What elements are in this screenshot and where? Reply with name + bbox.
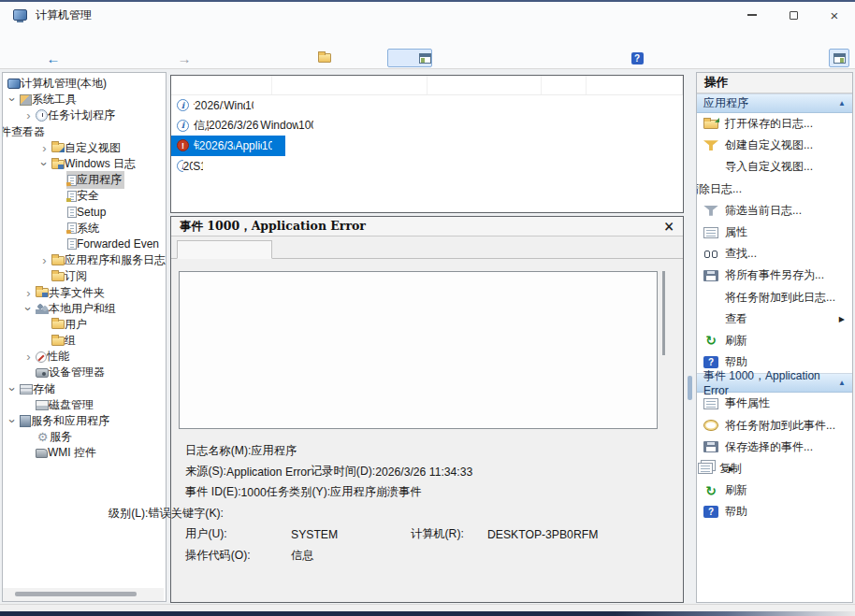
tree-item-label: 事件查看器 <box>2 124 45 140</box>
detail-text-box[interactable] <box>179 271 658 429</box>
tab[interactable] <box>177 240 272 259</box>
toolbar-button[interactable] <box>268 49 382 67</box>
chevron-icon[interactable] <box>22 287 35 299</box>
tree-item[interactable]: 磁盘管理 <box>3 397 166 413</box>
table-row[interactable]: i信息 2026/3/26 11:33:53 Security-SPP 1638… <box>171 156 216 177</box>
menu-item[interactable] <box>102 36 257 40</box>
tree-item[interactable]: 应用程序 <box>3 172 166 188</box>
field-label: 记录时间(D): <box>311 464 375 480</box>
menu-item[interactable] <box>371 36 416 40</box>
column-header[interactable] <box>272 76 428 94</box>
vertical-scrollbar[interactable] <box>687 75 693 603</box>
action-item-label: 打开保存的日志... <box>725 116 813 132</box>
tree-item[interactable]: 服务和应用程序 <box>3 413 166 429</box>
tree-item[interactable]: Windows 日志 <box>3 156 166 172</box>
tree-item[interactable]: 组 <box>3 333 166 349</box>
action-item[interactable]: 将所有事件另存为... <box>697 265 852 286</box>
chevron-icon[interactable] <box>38 158 51 170</box>
chevron-icon[interactable] <box>22 351 35 363</box>
table-row[interactable]: i信息 2026/3/26 11:34:45 Windows Er... 100… <box>171 116 326 136</box>
tree-item[interactable]: Forwarded Even <box>3 236 166 252</box>
log-plain-icon <box>67 207 77 218</box>
tree-item[interactable]: 存储 <box>3 381 166 397</box>
action-item-label: 属性 <box>725 224 747 240</box>
tree-item[interactable]: 设备管理器 <box>3 365 166 380</box>
chevron-icon[interactable] <box>22 109 35 122</box>
toolbar-button[interactable] <box>387 49 432 67</box>
collapse-icon[interactable]: ▲ <box>838 379 846 387</box>
scrollbar-thumb[interactable] <box>688 376 692 400</box>
tree-item[interactable]: Setup <box>3 205 166 221</box>
tree-item[interactable]: 订阅 <box>3 268 166 284</box>
action-item[interactable]: 属性 <box>697 222 852 243</box>
close-button[interactable]: × <box>814 2 855 28</box>
tree-item[interactable]: 计算机管理(本地) <box>3 76 98 92</box>
toolbar-button[interactable] <box>438 49 823 67</box>
table-row[interactable]: !错误 2026/3/26 11:34:33 Application ... 1… <box>171 136 285 156</box>
tab[interactable] <box>274 240 429 258</box>
column-header[interactable] <box>542 76 587 94</box>
menu-item[interactable] <box>257 36 371 40</box>
chevron-icon[interactable] <box>7 383 19 395</box>
action-item[interactable]: 筛选当前日志... <box>697 200 852 222</box>
field-label: 级别(L): <box>109 506 149 522</box>
tree-item-label: 应用程序 <box>77 172 122 188</box>
action-item[interactable]: 将任务附加到此事件... <box>697 414 852 436</box>
action-item[interactable]: 保存选择的事件... <box>697 437 811 458</box>
actions-section-header-event[interactable]: 事件 1000，Application Error ▲ <box>697 373 852 393</box>
maximize-button[interactable] <box>773 2 814 28</box>
action-item[interactable]: 帮助 <box>697 501 852 523</box>
action-item[interactable]: 导入自定义视图... <box>697 156 811 178</box>
action-item[interactable]: 将任务附加到此日志... <box>697 287 852 308</box>
action-item[interactable]: 打开保存的日志... <box>697 113 792 135</box>
chevron-icon[interactable] <box>38 254 51 266</box>
tree-item-label: WMI 控件 <box>48 445 96 461</box>
tree-item[interactable]: 自定义视图 <box>3 140 166 156</box>
toolbar-button[interactable] <box>107 49 262 67</box>
detail-close-icon[interactable]: × <box>663 219 674 234</box>
action-item[interactable]: 事件属性 <box>697 393 792 414</box>
collapse-icon[interactable]: ▲ <box>838 99 846 107</box>
action-item[interactable]: 刷新 <box>697 480 852 501</box>
toolbar-button[interactable] <box>6 49 101 67</box>
action-item[interactable]: 刷新 <box>697 330 852 351</box>
action-item[interactable]: 帮助 <box>697 351 852 373</box>
field-value: 信息 <box>291 548 411 564</box>
chevron-icon[interactable] <box>22 303 35 315</box>
action-item[interactable]: 查找... <box>697 243 852 265</box>
device-manager-icon <box>36 368 49 378</box>
column-header[interactable] <box>428 76 542 94</box>
action-item[interactable]: 查看 <box>697 308 852 330</box>
tree-horizontal-scrollbar[interactable] <box>3 588 164 601</box>
tree-item[interactable]: 安全 <box>3 188 166 204</box>
tree-item[interactable]: 系统工具 <box>3 92 158 107</box>
column-header[interactable] <box>587 76 683 94</box>
scrollbar-thumb[interactable] <box>15 592 137 596</box>
tree-item[interactable]: 服务 <box>3 429 166 445</box>
tree-item[interactable]: WMI 控件 <box>3 445 166 461</box>
column-header[interactable] <box>177 76 272 94</box>
chevron-icon[interactable] <box>38 142 51 154</box>
tree-item[interactable]: 事件查看器 <box>3 124 48 140</box>
level-info-icon: i <box>177 160 183 172</box>
chevron-icon[interactable] <box>7 93 19 106</box>
action-item[interactable]: 创建自定义视图... <box>697 135 852 156</box>
tree-item[interactable]: 应用程序和服务日志 <box>3 252 166 268</box>
event-list-header <box>171 76 683 95</box>
action-item[interactable]: 复制 <box>697 458 742 480</box>
table-row[interactable]: i信息 2026/3/26 11:34:52 Windows Er... 100… <box>171 95 267 116</box>
tree-item[interactable]: 任务计划程序 <box>3 107 117 123</box>
computer-icon <box>7 79 21 89</box>
action-item[interactable]: 清除日志... <box>697 179 742 200</box>
detail-scrollbar-thumb[interactable] <box>662 271 665 355</box>
tree-item[interactable]: 系统 <box>3 221 166 236</box>
tree-item[interactable]: 本地用户和组 <box>3 301 166 317</box>
menu-item[interactable] <box>7 36 102 40</box>
chevron-icon[interactable] <box>7 415 19 427</box>
actions-section-header-log[interactable]: 应用程序 ▲ <box>697 93 852 113</box>
tree-item[interactable]: 用户 <box>3 317 166 333</box>
tree-item[interactable]: 性能 <box>3 349 166 365</box>
tree-item[interactable]: 共享文件夹 <box>3 284 166 300</box>
minimize-button[interactable] <box>732 2 773 28</box>
toolbar-button[interactable] <box>829 49 849 67</box>
